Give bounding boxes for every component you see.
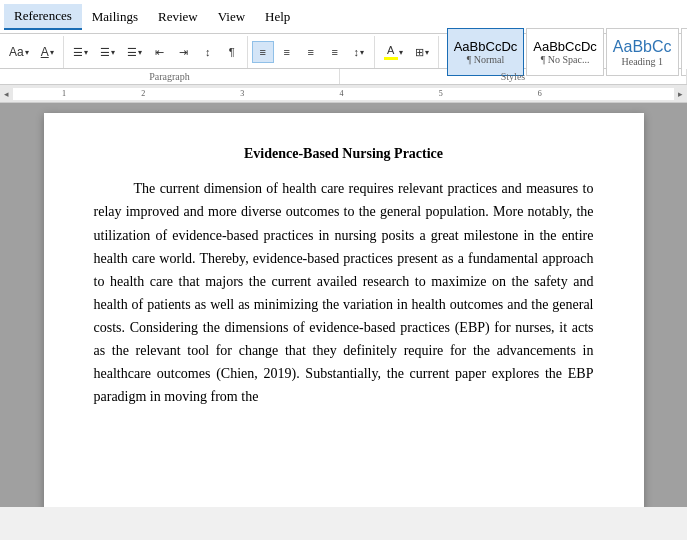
ruler-mark-3: 3 bbox=[240, 89, 244, 98]
ruler-mark-4: 4 bbox=[340, 89, 344, 98]
paragraph-label: Paragraph bbox=[149, 71, 190, 82]
menu-review[interactable]: Review bbox=[148, 5, 208, 29]
document-paragraph: The current dimension of health care req… bbox=[94, 177, 594, 408]
document-title: Evidence-Based Nursing Practice bbox=[94, 143, 594, 165]
style-heading1-preview: AaBbCc bbox=[613, 37, 672, 56]
page: Evidence-Based Nursing Practice The curr… bbox=[44, 113, 644, 507]
font-section: Aa▾ A▾ bbox=[4, 36, 64, 68]
styles-label: Styles bbox=[501, 71, 525, 82]
style-no-spacing-label: ¶ No Spac... bbox=[541, 54, 590, 65]
document-area[interactable]: Evidence-Based Nursing Practice The curr… bbox=[0, 103, 687, 507]
menu-references[interactable]: References bbox=[4, 4, 82, 30]
ruler-mark-6: 6 bbox=[538, 89, 542, 98]
decrease-indent-btn[interactable]: ⇤ bbox=[149, 41, 171, 63]
ribbon: Aa▾ A▾ ☰▾ ☰▾ ☰▾ ⇤ ⇥ ↕ ¶ ≡ ≡ ≡ ≡ ↕▾ A bbox=[0, 34, 687, 69]
align-center-btn[interactable]: ≡ bbox=[276, 41, 298, 63]
shading-btn[interactable]: A ▾ bbox=[379, 41, 408, 63]
sort-btn[interactable]: ↕ bbox=[197, 41, 219, 63]
styles-label-section: Styles bbox=[340, 69, 687, 84]
style-normal-preview: AaBbCcDc bbox=[454, 39, 518, 55]
borders-btn[interactable]: ⊞▾ bbox=[410, 41, 434, 63]
justify-btn[interactable]: ≡ bbox=[324, 41, 346, 63]
numbered-list-btn[interactable]: ☰▾ bbox=[95, 41, 120, 63]
ruler: ◂ 1 2 3 4 5 6 ▸ bbox=[0, 85, 687, 103]
ruler-mark-5: 5 bbox=[439, 89, 443, 98]
increase-indent-btn[interactable]: ⇥ bbox=[173, 41, 195, 63]
ruler-inner: 1 2 3 4 5 6 bbox=[13, 88, 674, 100]
shading-color: A bbox=[384, 44, 398, 60]
style-normal-label: ¶ Normal bbox=[467, 54, 505, 65]
align-left-btn[interactable]: ≡ bbox=[252, 41, 274, 63]
ruler-mark-2: 2 bbox=[141, 89, 145, 98]
show-formatting-btn[interactable]: ¶ bbox=[221, 41, 243, 63]
ribbon-labels: Paragraph Styles bbox=[0, 69, 687, 85]
ribbon-row1: Aa▾ A▾ ☰▾ ☰▾ ☰▾ ⇤ ⇥ ↕ ¶ ≡ ≡ ≡ ≡ ↕▾ A bbox=[4, 36, 683, 68]
multilevel-list-btn[interactable]: ☰▾ bbox=[122, 41, 147, 63]
ruler-right-marker: ▸ bbox=[676, 89, 685, 99]
list-section: ☰▾ ☰▾ ☰▾ ⇤ ⇥ ↕ ¶ bbox=[68, 36, 248, 68]
line-spacing-btn[interactable]: ↕▾ bbox=[348, 41, 370, 63]
style-no-spacing-preview: AaBbCcDc bbox=[533, 39, 597, 55]
align-right-btn[interactable]: ≡ bbox=[300, 41, 322, 63]
document-body[interactable]: The current dimension of health care req… bbox=[94, 177, 594, 408]
ruler-left-marker: ◂ bbox=[2, 89, 11, 99]
ruler-mark-1: 1 bbox=[62, 89, 66, 98]
menu-help[interactable]: Help bbox=[255, 5, 300, 29]
font-format-btn[interactable]: A▾ bbox=[36, 41, 59, 63]
paragraph-label-section: Paragraph bbox=[0, 69, 340, 84]
style-heading1-label: Heading 1 bbox=[622, 56, 663, 67]
menu-mailings[interactable]: Mailings bbox=[82, 5, 148, 29]
shading-section: A ▾ ⊞▾ bbox=[379, 36, 439, 68]
alignment-section: ≡ ≡ ≡ ≡ ↕▾ bbox=[252, 36, 375, 68]
font-size-increase[interactable]: Aa▾ bbox=[4, 41, 34, 63]
menu-view[interactable]: View bbox=[208, 5, 255, 29]
bullet-list-btn[interactable]: ☰▾ bbox=[68, 41, 93, 63]
